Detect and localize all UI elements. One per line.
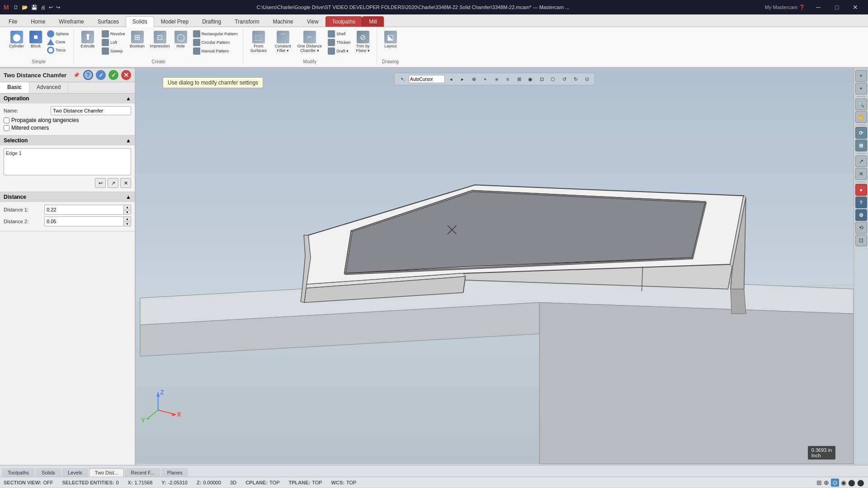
rt-btn-iso[interactable]: ⟳ — [855, 127, 867, 139]
new-icon[interactable]: 🗋 — [13, 5, 19, 10]
from-surfaces-button[interactable]: ⬚ FromSurfaces — [247, 30, 270, 54]
nav-autocursor-input[interactable] — [409, 75, 445, 83]
distance1-input[interactable] — [45, 205, 123, 214]
nav-btn8[interactable]: ⬡ — [548, 74, 558, 84]
status-icon2[interactable]: ⬤ — [848, 479, 855, 486]
tab-levels[interactable]: Levels — [62, 468, 88, 477]
my-mastercam[interactable]: My Mastercam ❓ — [765, 5, 805, 10]
cone-button[interactable]: Cone — [46, 38, 70, 46]
manual-pattern-button[interactable]: Manual Pattern — [192, 47, 239, 55]
save-icon[interactable]: 💾 — [30, 5, 38, 10]
hole-button[interactable]: ◯ Hole — [173, 30, 189, 49]
torus-button[interactable]: Torus — [46, 46, 70, 54]
distance2-input[interactable] — [45, 217, 123, 226]
rt-btn-desel[interactable]: ✕ — [855, 168, 867, 180]
cylinder-button[interactable]: ⬤ Cylinder — [7, 30, 26, 49]
sweep-button[interactable]: Sweep — [100, 47, 127, 55]
draft-button[interactable]: Draft ▾ — [326, 47, 352, 55]
rt-btn-help[interactable]: ? — [855, 197, 867, 208]
open-icon[interactable]: 📂 — [21, 5, 29, 10]
tab-view[interactable]: View — [300, 16, 326, 27]
nav-btn11[interactable]: ⊙ — [582, 74, 592, 84]
rt-btn-fit[interactable]: ⊡ — [855, 235, 867, 246]
tab-model-prep[interactable]: Model Prep — [154, 16, 195, 27]
rt-btn-plus1[interactable]: + — [855, 70, 867, 82]
nav-cursor-btn[interactable]: ↖ — [397, 74, 407, 84]
nav-btn3[interactable]: ⚹ — [491, 74, 501, 84]
rt-btn-settings[interactable]: ⚙ — [855, 209, 867, 221]
rt-btn-orbit[interactable]: ⟲ — [855, 222, 867, 234]
tab-drafting[interactable]: Drafting — [195, 16, 228, 27]
snap-icon[interactable]: ⊕ — [824, 479, 829, 486]
select-button[interactable]: ↗ — [108, 178, 118, 188]
grid-icon[interactable]: ⊞ — [816, 479, 822, 486]
tab-home[interactable]: Home — [24, 16, 52, 27]
revolve-button[interactable]: Revolve — [100, 30, 127, 38]
block-button[interactable]: ■ Block — [27, 30, 45, 49]
nav-btn4[interactable]: ≡ — [503, 74, 513, 84]
operation-section-header[interactable]: Operation ▲ — [0, 94, 135, 103]
circ-pattern-button[interactable]: Circular Pattern — [192, 38, 239, 47]
propagate-checkbox[interactable] — [4, 117, 9, 123]
pin-icon[interactable]: 📌 — [73, 72, 80, 78]
accept-alt-button[interactable]: ✓ — [96, 70, 106, 80]
tab-recent-f[interactable]: Recent F... — [125, 468, 160, 477]
sphere-button[interactable]: Sphere — [46, 30, 70, 38]
close-button[interactable]: ✕ — [846, 1, 864, 14]
nav-btn10[interactable]: ↻ — [571, 74, 580, 84]
nav-btn5[interactable]: ⊞ — [514, 74, 524, 84]
status-icon3[interactable]: ⬤ — [857, 479, 864, 486]
nav-next-btn[interactable]: ▸ — [458, 74, 467, 84]
tab-two-dist[interactable]: Two Dist... — [89, 468, 124, 477]
nav-btn6[interactable]: ◉ — [525, 74, 535, 84]
rt-btn-plus2[interactable]: + — [855, 83, 867, 94]
boolean-button[interactable]: ⊞ Boolean — [127, 30, 147, 49]
tab-wireframe[interactable]: Wireframe — [52, 16, 90, 27]
nav-btn1[interactable]: ⊕ — [469, 74, 479, 84]
undo-selection-button[interactable]: ↩ — [95, 178, 106, 188]
tab-solids[interactable]: Solids — [126, 16, 154, 27]
distance-section-header[interactable]: Distance ▲ — [0, 192, 135, 202]
extrude-button[interactable]: ⬆ Extrude — [78, 30, 98, 49]
distance1-up[interactable]: ▲ — [124, 205, 131, 210]
distance2-down[interactable]: ▼ — [124, 222, 131, 226]
tab-surfaces[interactable]: Surfaces — [91, 16, 126, 27]
nav-prev-btn[interactable]: ◂ — [446, 74, 456, 84]
ok-button[interactable]: ✓ — [108, 70, 118, 80]
trim-by-plane-button[interactable]: ⊘ Trim byPlane ▾ — [353, 30, 373, 54]
tab-machine[interactable]: Machine — [266, 16, 300, 27]
thicken-button[interactable]: Thicken — [326, 38, 352, 47]
mitered-checkbox[interactable] — [4, 125, 9, 131]
nav-btn9[interactable]: ↺ — [559, 74, 569, 84]
tab-solids[interactable]: Solids — [36, 468, 61, 477]
subtab-basic[interactable]: Basic — [0, 82, 29, 93]
help-button[interactable]: ? — [83, 70, 93, 80]
deselect-button[interactable]: ✕ — [120, 178, 131, 188]
tab-mill[interactable]: Mill — [362, 16, 384, 27]
rt-btn-view1[interactable]: ⊞ — [855, 140, 867, 151]
maximize-button[interactable]: □ — [828, 1, 846, 14]
tab-file[interactable]: File — [2, 16, 24, 27]
minimize-button[interactable]: ─ — [809, 1, 827, 14]
impression-button[interactable]: ⊡ Impression — [148, 30, 172, 49]
rt-btn-record[interactable]: ● — [855, 184, 867, 196]
nav-btn2[interactable]: ⌖ — [480, 74, 490, 84]
print-icon[interactable]: 🖨 — [40, 5, 47, 10]
undo-icon[interactable]: ↩ — [48, 5, 54, 10]
distance2-up[interactable]: ▲ — [124, 217, 131, 222]
rect-pattern-button[interactable]: Rectangular Pattern — [192, 30, 239, 38]
one-distance-chamfer-button[interactable]: ⌐ One DistanceChamfer ▾ — [296, 30, 324, 54]
distance1-down[interactable]: ▼ — [124, 210, 131, 215]
cancel-button[interactable]: ✕ — [121, 70, 131, 80]
rt-btn-select[interactable]: ↗ — [855, 155, 867, 167]
tab-toolpaths[interactable]: Toolpaths — [2, 468, 35, 477]
ortho-icon[interactable]: ⊙ — [831, 479, 839, 487]
layout-button[interactable]: ⬕ Layout — [381, 30, 401, 49]
viewport[interactable]: Z Y X Use dialog to modify chamfer setti… — [136, 68, 854, 465]
subtab-advanced[interactable]: Advanced — [29, 82, 68, 93]
shell-button[interactable]: Shell — [326, 30, 352, 38]
tab-transform[interactable]: Transform — [228, 16, 266, 27]
tab-planes[interactable]: Planes — [161, 468, 189, 477]
rt-btn-zoom[interactable]: 🔍 — [855, 99, 867, 110]
loft-button[interactable]: Loft — [100, 38, 127, 47]
